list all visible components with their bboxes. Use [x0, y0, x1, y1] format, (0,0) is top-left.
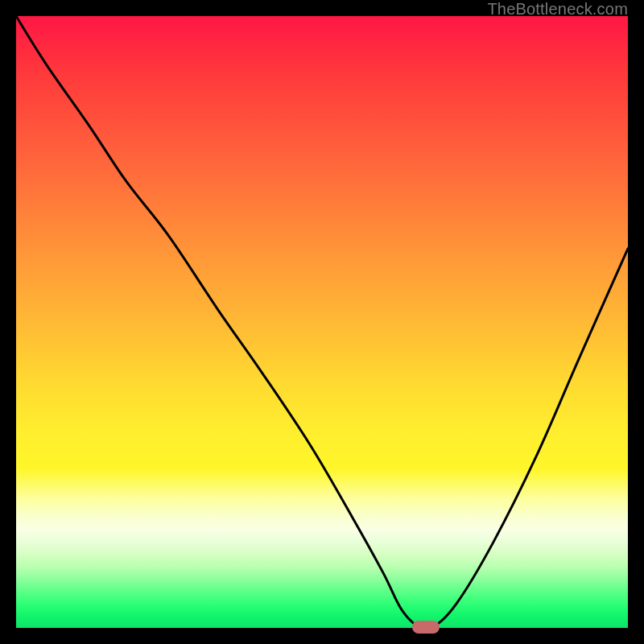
chart-frame: TheBottleneck.com: [0, 0, 644, 644]
curve-path: [16, 16, 628, 628]
optimal-marker: [412, 621, 440, 634]
bottleneck-curve: [16, 16, 628, 628]
plot-area: [16, 16, 628, 628]
